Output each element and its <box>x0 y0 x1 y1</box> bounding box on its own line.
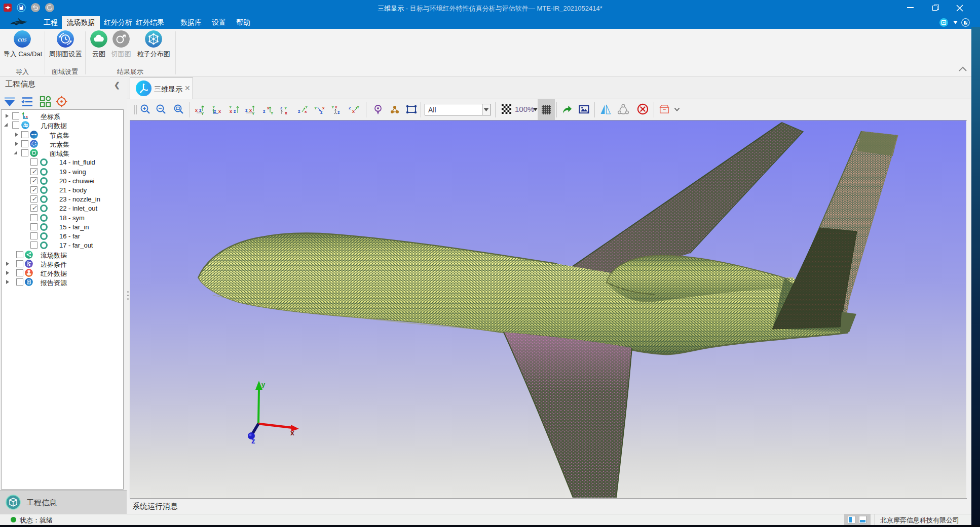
svg-text:y: y <box>261 381 266 388</box>
svg-text:z: z <box>337 110 340 115</box>
svg-text:x: x <box>26 115 28 118</box>
svg-text:Y: Y <box>284 106 287 110</box>
svg-text:z: z <box>234 109 236 114</box>
svg-text:Y: Y <box>314 106 317 110</box>
svg-text:x: x <box>352 109 355 114</box>
svg-text:z: z <box>263 109 266 114</box>
svg-text:cas: cas <box>18 35 26 43</box>
svg-text:x: x <box>290 429 294 437</box>
svg-text:x: x <box>218 109 221 114</box>
svg-text:z: z <box>298 109 300 114</box>
svg-text:x: x <box>335 105 337 109</box>
svg-text:z: z <box>214 109 216 114</box>
svg-text:x: x <box>230 109 232 114</box>
svg-text:z: z <box>320 110 323 115</box>
svg-text:z: z <box>349 105 351 110</box>
svg-text:x: x <box>305 109 307 114</box>
svg-text:Y: Y <box>331 105 334 109</box>
svg-text:x: x <box>285 110 287 115</box>
svg-text:Y: Y <box>252 111 255 115</box>
svg-text:x: x <box>195 108 198 113</box>
svg-text:Y: Y <box>357 105 360 109</box>
svg-text:Y: Y <box>201 111 204 115</box>
svg-text:z: z <box>280 105 283 110</box>
svg-text:x: x <box>322 106 325 110</box>
svg-text:z: z <box>251 436 255 445</box>
svg-text:Y: Y <box>271 111 274 115</box>
svg-text:Y: Y <box>22 112 24 116</box>
svg-text:Y: Y <box>305 105 308 109</box>
svg-text:z: z <box>245 108 248 113</box>
